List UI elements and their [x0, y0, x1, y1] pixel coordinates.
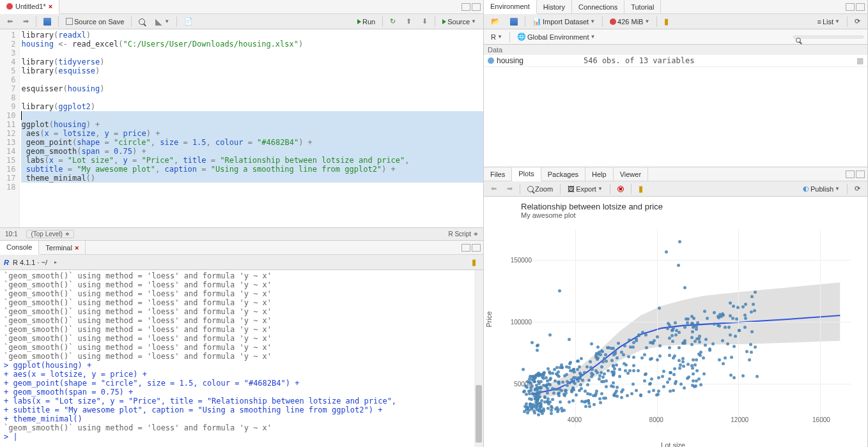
play-icon	[357, 19, 361, 24]
tab-plots[interactable]: Plots	[512, 167, 541, 181]
right-column: EnvironmentHistoryConnectionsTutorial 📂 …	[484, 0, 868, 447]
env-scope-bar: R ▼ 🌐 Global Environment ▼	[484, 29, 867, 45]
disk-icon	[43, 18, 51, 26]
plot-prev-button[interactable]: ⬅	[488, 183, 500, 194]
r-version-label: R 4.1.1 · ~/	[13, 259, 47, 266]
source-dropdown[interactable]: Source ▼	[439, 17, 479, 27]
remove-plot-button[interactable]	[614, 185, 627, 193]
wand-icon	[155, 18, 163, 26]
minimize-icon[interactable]	[461, 244, 470, 252]
export-button[interactable]: 🖼 Export ▼	[564, 184, 606, 194]
source-tab-untitled1[interactable]: Untitled1* ×	[0, 0, 59, 14]
tab-viewer[interactable]: Viewer	[614, 167, 648, 181]
compile-report-button[interactable]: 📄	[181, 16, 196, 27]
toolbar-sep	[520, 184, 520, 194]
toolbar-sep	[631, 184, 632, 194]
maximize-icon[interactable]	[472, 244, 481, 252]
run-button[interactable]: Run	[354, 17, 378, 27]
rerun-button[interactable]: ↻	[387, 16, 399, 27]
filetype-label: R Script	[448, 231, 471, 238]
zoom-button[interactable]: Zoom	[524, 184, 556, 194]
tab-packages[interactable]: Packages	[541, 167, 585, 181]
console-tabbar: Console Terminal ×	[0, 241, 483, 255]
source-tabbar: Untitled1* ×	[0, 0, 483, 14]
go-next-button[interactable]: ⬇	[419, 16, 431, 27]
code-editor[interactable]: 123456789101112131415161718 library(read…	[0, 29, 483, 227]
tab-history[interactable]: History	[537, 0, 572, 14]
clear-plots-button[interactable]: ▮	[635, 183, 646, 195]
maximize-icon[interactable]	[856, 170, 865, 178]
scope-label: (Top Level)	[31, 231, 62, 238]
env-scope-selector[interactable]: 🌐 Global Environment ▼	[514, 31, 599, 42]
export-label: Export	[576, 185, 596, 193]
console-wd-dropdown[interactable]: ▸	[51, 258, 60, 266]
scrollbar[interactable]	[474, 270, 483, 447]
maximize-icon[interactable]	[856, 3, 865, 11]
search-icon	[796, 38, 801, 43]
forward-button[interactable]: ➡	[20, 16, 32, 27]
plots-toolbar: ⬅ ➡ Zoom 🖼 Export ▼ ▮ ◐ Publish ▼ ⟳	[484, 181, 867, 197]
tab-label: Terminal	[45, 244, 72, 252]
refresh-plot-button[interactable]: ⟳	[851, 183, 864, 194]
find-button[interactable]	[136, 17, 148, 26]
language-selector[interactable]: R ▼	[488, 32, 506, 42]
minimize-icon[interactable]	[461, 3, 470, 11]
close-tab-icon[interactable]: ×	[49, 3, 52, 10]
source-pane: Untitled1* × ⬅ ➡ Source on Save ▼	[0, 0, 483, 241]
tab-environment[interactable]: Environment	[484, 0, 537, 14]
close-icon[interactable]: ×	[75, 244, 79, 252]
toolbar-sep	[525, 17, 525, 27]
toolbar-sep	[435, 17, 435, 27]
load-workspace-button[interactable]: 📂	[488, 16, 503, 27]
back-button[interactable]: ⬅	[4, 16, 16, 27]
publish-button[interactable]: ◐ Publish ▼	[800, 183, 843, 194]
toolbar-sep	[176, 17, 177, 27]
code-body[interactable]: library(readxl)housing <- read_excel("C:…	[20, 29, 483, 227]
clear-console-button[interactable]: ▮	[469, 256, 479, 268]
scrollthumb[interactable]	[476, 385, 482, 443]
minimize-icon[interactable]	[846, 170, 855, 178]
clear-env-button[interactable]: ▮	[661, 15, 672, 27]
tab-label: Console	[6, 243, 32, 251]
maximize-icon[interactable]	[472, 3, 481, 11]
r-logo-icon: R	[4, 259, 9, 266]
source-on-save-toggle[interactable]: Source on Save	[63, 17, 127, 27]
env-search-input[interactable]	[793, 36, 864, 38]
mem-dot-icon	[610, 19, 616, 25]
chevron-down-icon: ▼	[471, 19, 476, 24]
chevron-down-icon: ▼	[644, 19, 649, 24]
plot-viewport: Relationship between lotsize and price M…	[484, 197, 867, 447]
filetype-selector[interactable]: R Script ≑	[448, 231, 478, 238]
env-row[interactable]: housing546 obs. of 13 variables▦	[484, 55, 867, 67]
line-gutter: 123456789101112131415161718	[0, 29, 20, 227]
toolbar-sep	[382, 17, 383, 27]
save-workspace-button[interactable]	[507, 17, 521, 27]
tab-files[interactable]: Files	[484, 167, 512, 181]
refresh-env-button[interactable]: ⟳	[851, 16, 864, 27]
chevron-down-icon: ▼	[164, 19, 169, 24]
save-button[interactable]	[40, 17, 54, 27]
search-icon	[139, 19, 145, 25]
tab-terminal[interactable]: Terminal ×	[39, 241, 86, 255]
chevron-down-icon: ▼	[598, 186, 603, 192]
import-dataset-button[interactable]: 📊 Import Dataset ▼	[529, 16, 598, 27]
plot-next-button[interactable]: ➡	[504, 183, 516, 194]
memory-usage[interactable]: 426 MiB ▼	[607, 17, 653, 27]
code-tools-button[interactable]: ▼	[152, 17, 173, 27]
toolbar-sep	[58, 17, 59, 27]
console-output[interactable]: `geom_smooth()` using method = 'loess' a…	[0, 270, 483, 447]
zoom-icon	[527, 186, 534, 192]
scope-selector[interactable]: (Top Level) ≑	[26, 230, 74, 238]
go-prev-button[interactable]: ⬆	[403, 16, 415, 27]
minimize-icon[interactable]	[846, 3, 855, 11]
memory-label: 426 MiB	[617, 18, 643, 26]
env-toolbar: 📂 📊 Import Dataset ▼ 426 MiB ▼ ▮ ≡ List …	[484, 14, 867, 29]
view-mode-selector[interactable]: ≡ List ▼	[814, 17, 843, 27]
grid-icon[interactable]: ▦	[856, 56, 864, 65]
left-column: Untitled1* × ⬅ ➡ Source on Save ▼	[0, 0, 484, 447]
tab-connections[interactable]: Connections	[572, 0, 624, 14]
tab-tutorial[interactable]: Tutorial	[624, 0, 661, 14]
environment-pane: EnvironmentHistoryConnectionsTutorial 📂 …	[484, 0, 867, 167]
tab-help[interactable]: Help	[585, 167, 614, 181]
tab-console[interactable]: Console	[0, 241, 39, 255]
